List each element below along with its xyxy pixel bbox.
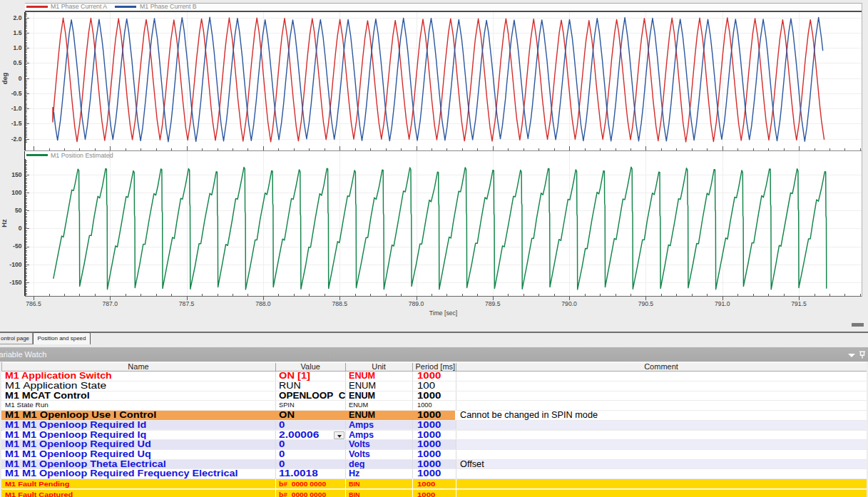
svg-text:788.5: 788.5 <box>332 300 347 307</box>
svg-text:Time [sec]: Time [sec] <box>429 309 457 317</box>
svg-text:788.0: 788.0 <box>255 300 271 307</box>
svg-text:50: 50 <box>15 207 22 214</box>
svg-text:deg: deg <box>1 73 9 84</box>
svg-text:-1.5: -1.5 <box>11 120 22 127</box>
svg-text:0: 0 <box>19 225 22 232</box>
svg-text:M1 Position Estimated: M1 Position Estimated <box>51 152 113 159</box>
svg-text:791.0: 791.0 <box>715 300 730 307</box>
svg-text:789.0: 789.0 <box>409 300 424 307</box>
svg-text:M1 Phase Current A: M1 Phase Current A <box>51 3 107 10</box>
svg-text:786.5: 786.5 <box>26 300 41 307</box>
svg-text:-50: -50 <box>13 242 22 250</box>
svg-text:-150: -150 <box>9 279 21 286</box>
svg-text:-1.0: -1.0 <box>11 105 22 112</box>
svg-text:100: 100 <box>11 189 22 196</box>
svg-text:787.5: 787.5 <box>179 300 195 307</box>
svg-text:790.5: 790.5 <box>638 300 654 307</box>
svg-text:1.0: 1.0 <box>14 44 22 51</box>
svg-text:1.5: 1.5 <box>14 29 22 36</box>
svg-text:150: 150 <box>11 171 22 178</box>
svg-text:0.5: 0.5 <box>14 59 22 66</box>
svg-text:791.5: 791.5 <box>791 300 807 307</box>
svg-text:0: 0 <box>19 75 22 82</box>
svg-text:-100: -100 <box>9 261 21 268</box>
svg-text:790.0: 790.0 <box>561 300 577 307</box>
svg-text:789.5: 789.5 <box>485 300 501 307</box>
svg-text:-0.5: -0.5 <box>11 90 22 97</box>
svg-text:2.0: 2.0 <box>14 14 22 21</box>
svg-text:M1 Phase Current B: M1 Phase Current B <box>140 3 197 10</box>
svg-text:-2.0: -2.0 <box>11 135 22 143</box>
svg-text:787.0: 787.0 <box>103 300 118 307</box>
svg-text:Hz: Hz <box>1 219 8 227</box>
